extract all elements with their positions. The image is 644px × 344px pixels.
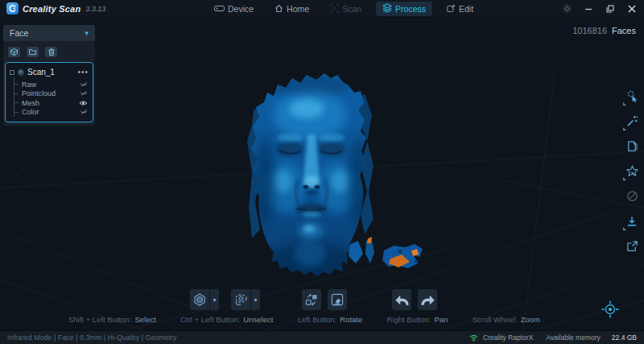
titlebar: Creality Scan 3.3.13 Device Home Scan Pr… [0,0,644,18]
memory-label: Available memory [546,334,600,342]
tab-device-label: Device [228,4,254,14]
link-box-icon [10,70,14,75]
eye-off-icon[interactable] [80,90,89,97]
more-options-icon[interactable]: ••• [77,70,89,75]
surface-select-button[interactable] [190,289,209,310]
chevron-down-icon: ▾ [254,296,257,304]
tab-home[interactable]: Home [268,2,316,16]
settings-gear-icon[interactable] [561,3,572,15]
home-icon [275,4,283,15]
app-title: Creality Scan [23,4,80,14]
tree-item-color[interactable]: Color [14,108,89,118]
scan-settings-summary: Infrared Mode | Face | 0.3mm | Hi-Qualit… [7,334,177,342]
tab-device[interactable]: Device [208,2,260,16]
selection-toolbar: ▾ ▾ [190,289,437,310]
statusbar: Infrared Mode | Face | 0.3mm | Hi-Qualit… [0,330,644,344]
tree-item-raw[interactable]: Raw [14,80,89,89]
scan-tree-root[interactable]: Scan_1 ••• [10,67,89,77]
edit-pencil-icon [447,4,456,15]
scan-debris [349,237,423,268]
one-click-optimize-wand-icon[interactable] [625,114,639,128]
minimize-icon[interactable] [583,3,594,15]
process-layers-icon [382,3,392,15]
faces-count-label: Faces [612,26,636,35]
lasso-select-dropdown[interactable]: ▾ [251,289,260,310]
undo-button[interactable] [392,289,411,310]
meshing-pages-icon[interactable] [625,139,639,153]
surface-select-dropdown[interactable]: ▾ [210,289,219,310]
faces-counter: 1016816Faces [572,26,636,35]
open-folder-button[interactable] [27,47,39,57]
texture-mapping-icon[interactable] [625,189,639,203]
hint-unselect: Ctrl + Left Button:Unselect [180,315,273,324]
window-controls [561,3,638,15]
tab-home-label: Home [287,4,309,14]
lasso-select-button[interactable] [231,289,250,310]
device-status: Creality RaptorX Available memory 22.4 G… [469,330,637,344]
app-version: 3.3.13 [85,5,105,13]
hint-rotate: Left Button:Rotate [298,315,363,324]
eye-off-icon[interactable] [80,81,89,88]
tab-edit[interactable]: Edit [440,2,480,16]
mesh-simplify-star-icon[interactable] [625,164,639,178]
invert-selection-button[interactable] [302,289,321,310]
chevron-down-icon: ▾ [85,29,89,37]
scan-tree-children: Raw Pointcloud Mesh Color [14,77,89,117]
delete-selected-button[interactable] [328,289,347,310]
hint-zoom: Scroll Wheel:Zoom [473,315,540,324]
tab-edit-label: Edit [459,4,473,14]
3d-viewport[interactable]: 1016816Faces [0,19,644,330]
close-icon[interactable] [626,3,638,15]
wifi-signal-icon [469,330,478,344]
device-name: Creality RaptorX [483,334,533,342]
scanned-face-model[interactable] [229,60,427,286]
chevron-down-icon: ▾ [213,296,216,304]
redo-button[interactable] [418,289,437,310]
maximize-restore-icon[interactable] [605,3,616,15]
project-panel: Face ▾ Scan_1 ••• [3,25,95,126]
device-icon [214,4,225,14]
mouse-hints: Shift + Left Button:Select Ctrl + Left B… [68,315,540,324]
creality-scan-window: Creality Scan 3.3.13 Device Home Scan Pr… [0,0,644,344]
tree-item-mesh[interactable]: Mesh [14,98,89,108]
export-download-icon[interactable] [625,214,639,228]
tab-scan-label: Scan [342,4,361,14]
tree-item-label: Mesh [22,99,39,107]
group-selector-dropdown[interactable]: Face ▾ [3,25,95,41]
tab-process-label: Process [395,4,426,14]
process-toolbar [622,89,642,253]
tree-item-label: Color [22,108,39,116]
scan-name: Scan_1 [27,68,55,77]
tree-item-label: Pointcloud [22,89,56,97]
group-selector-label: Face [10,28,28,38]
eye-icon[interactable] [79,100,89,106]
eye-off-icon[interactable] [80,109,89,115]
hint-pan: Right Button:Pan [387,315,448,324]
select-edit-tool-button[interactable] [625,89,639,103]
scan-tree: Scan_1 ••• Raw Pointcloud Mesh [5,62,93,122]
share-export-icon[interactable] [625,239,639,253]
tree-item-label: Raw [22,81,36,89]
app-brand: Creality Scan 3.3.13 [6,2,105,15]
reset-view-compass[interactable] [601,300,620,319]
tree-item-pointcloud[interactable]: Pointcloud [14,89,89,99]
app-logo-icon [6,2,19,15]
delete-trash-button[interactable] [45,47,57,57]
import-model-button[interactable] [8,47,20,57]
model-sphere-icon [18,69,24,76]
tab-process[interactable]: Process [376,2,432,16]
hint-select: Shift + Left Button:Select [68,315,156,324]
scan-icon [330,4,339,15]
memory-value: 22.4 GB [612,334,637,342]
panel-toolbar [8,47,92,57]
main-tabs: Device Home Scan Process Edit [208,0,480,18]
tab-scan[interactable]: Scan [324,2,368,16]
faces-count: 1016816 [572,26,607,35]
